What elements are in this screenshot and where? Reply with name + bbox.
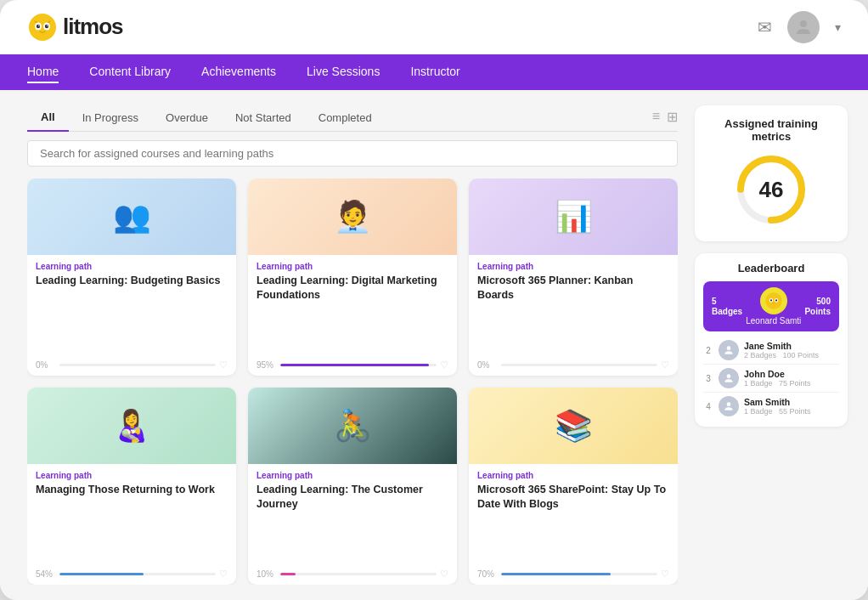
- card-image: 🧑‍💼: [248, 178, 457, 255]
- course-card-grid: 👥Learning pathLeading Learning: Budgetin…: [27, 178, 678, 585]
- tab-all[interactable]: All: [27, 105, 69, 132]
- card-title: Microsoft 365 Planner: Kanban Boards: [477, 274, 669, 351]
- lb-sub: 1 Badge 55 Points: [744, 407, 839, 416]
- main-content: All In Progress Overdue Not Started Comp…: [0, 90, 868, 600]
- lb-rank: 4: [703, 402, 713, 411]
- search-input[interactable]: [27, 140, 678, 167]
- metrics-widget: Assigned training metrics 46: [695, 105, 848, 241]
- card-progress-bar: [501, 573, 657, 575]
- card-badge: Learning path: [36, 262, 228, 271]
- card-progress-fill: [59, 573, 144, 575]
- svg-point-7: [800, 20, 807, 27]
- svg-point-14: [775, 299, 777, 301]
- course-card[interactable]: 📊Learning pathMicrosoft 365 Planner: Kan…: [469, 178, 678, 376]
- svg-point-4: [45, 24, 48, 27]
- card-heart-icon[interactable]: ♡: [219, 359, 228, 371]
- tab-not-started[interactable]: Not Started: [222, 106, 305, 131]
- lb-avatar: [719, 368, 739, 388]
- lb-name: John Doe: [744, 369, 839, 379]
- donut-chart: 46: [733, 151, 809, 228]
- view-toggle: ≡ ⊞: [652, 109, 678, 128]
- card-progress-fill: [280, 364, 429, 366]
- card-heart-icon[interactable]: ♡: [661, 359, 669, 371]
- course-card[interactable]: 👩‍🍼Learning pathManaging Those Returning…: [27, 388, 236, 585]
- lb-top-badges: 5 Badges: [712, 297, 742, 317]
- lb-top-points: 500 Points: [804, 297, 831, 317]
- chevron-down-icon[interactable]: ▾: [835, 20, 841, 34]
- card-title: Leading Learning: Digital Marketing Foun…: [256, 274, 448, 351]
- card-progress-bar: [280, 364, 437, 366]
- card-badge: Learning path: [256, 471, 448, 480]
- card-progress-label: 10%: [256, 569, 277, 579]
- card-image: 📚: [469, 388, 678, 464]
- logo-text: litmos: [63, 14, 123, 40]
- lb-top-center: Leonard Samti: [746, 287, 801, 325]
- lb-info: Jane Smith 2 Badges 100 Points: [744, 341, 839, 359]
- lb-avatar: [719, 396, 739, 416]
- lb-info: Sam Smith 1 Badge 55 Points: [744, 397, 839, 416]
- course-card[interactable]: 📚Learning pathMicrosoft 365 SharePoint: …: [469, 388, 678, 585]
- svg-point-13: [770, 299, 772, 301]
- mail-icon[interactable]: ✉: [758, 17, 772, 37]
- svg-point-10: [765, 292, 782, 309]
- svg-point-15: [727, 346, 731, 350]
- lb-name: Jane Smith: [744, 341, 839, 351]
- nav-instructor[interactable]: Instructor: [410, 61, 459, 83]
- course-card[interactable]: 🧑‍💼Learning pathLeading Learning: Digita…: [248, 178, 457, 376]
- lb-rank: 2: [703, 346, 713, 355]
- list-view-icon[interactable]: ≡: [652, 109, 660, 124]
- leaderboard-row: 3 John Doe 1 Badge 75 Points: [703, 365, 839, 393]
- svg-point-5: [38, 25, 39, 25]
- lb-rank: 3: [703, 374, 713, 383]
- nav-live-sessions[interactable]: Live Sessions: [307, 61, 380, 83]
- svg-point-6: [47, 25, 48, 25]
- tab-in-progress[interactable]: In Progress: [69, 106, 152, 131]
- tab-completed[interactable]: Completed: [305, 106, 386, 131]
- leaderboard-top-row: 5 Badges: [703, 281, 839, 331]
- card-image: 📊: [469, 178, 678, 255]
- avatar[interactable]: [787, 11, 820, 43]
- card-badge: Learning path: [256, 262, 448, 271]
- card-heart-icon[interactable]: ♡: [661, 569, 669, 580]
- leaderboard-title: Leaderboard: [703, 262, 839, 275]
- metrics-value: 46: [759, 177, 784, 203]
- lb-sub: 1 Badge 75 Points: [744, 379, 839, 388]
- card-progress-bar: [59, 573, 216, 575]
- card-progress-bar: [501, 364, 657, 366]
- logo-icon: [27, 12, 58, 42]
- card-title: Microsoft 365 SharePoint: Stay Up To Dat…: [477, 483, 669, 560]
- card-progress-bar: [59, 364, 216, 366]
- nav-home[interactable]: Home: [27, 61, 59, 83]
- tab-overdue[interactable]: Overdue: [152, 106, 222, 131]
- card-badge: Learning path: [477, 471, 669, 480]
- svg-point-0: [29, 14, 56, 41]
- lb-sub: 2 Badges 100 Points: [744, 351, 839, 359]
- course-card[interactable]: 🚴Learning pathLeading Learning: The Cust…: [248, 388, 457, 585]
- lb-info: John Doe 1 Badge 75 Points: [744, 369, 839, 388]
- lb-top-avatar: [760, 287, 787, 314]
- card-heart-icon[interactable]: ♡: [440, 359, 448, 371]
- nav-achievements[interactable]: Achievements: [201, 61, 276, 83]
- main-nav: Home Content Library Achievements Live S…: [0, 54, 868, 90]
- card-progress-label: 70%: [477, 569, 498, 579]
- card-title: Leading Learning: Budgeting Basics: [36, 274, 228, 351]
- card-heart-icon[interactable]: ♡: [440, 569, 448, 580]
- leaderboard-widget: Leaderboard 5 Badges: [695, 253, 848, 427]
- card-progress-label: 95%: [256, 360, 277, 370]
- course-card[interactable]: 👥Learning pathLeading Learning: Budgetin…: [27, 178, 236, 376]
- card-progress-bar: [280, 573, 437, 575]
- svg-point-17: [727, 402, 731, 406]
- logo: litmos: [27, 12, 123, 42]
- right-panel: Assigned training metrics 46 Leaderboard: [695, 105, 848, 585]
- svg-point-16: [727, 374, 731, 378]
- header: litmos ✉ ▾: [0, 0, 868, 54]
- grid-view-icon[interactable]: ⊞: [667, 109, 678, 125]
- svg-point-3: [37, 24, 40, 27]
- leaderboard-row: 4 Sam Smith 1 Badge 55 Points: [703, 393, 839, 420]
- lb-name: Sam Smith: [744, 397, 839, 407]
- tabs-row: All In Progress Overdue Not Started Comp…: [27, 105, 678, 132]
- card-progress-fill: [501, 573, 611, 575]
- nav-content-library[interactable]: Content Library: [89, 61, 171, 83]
- card-heart-icon[interactable]: ♡: [219, 569, 228, 580]
- card-title: Managing Those Returning to Work: [36, 483, 228, 560]
